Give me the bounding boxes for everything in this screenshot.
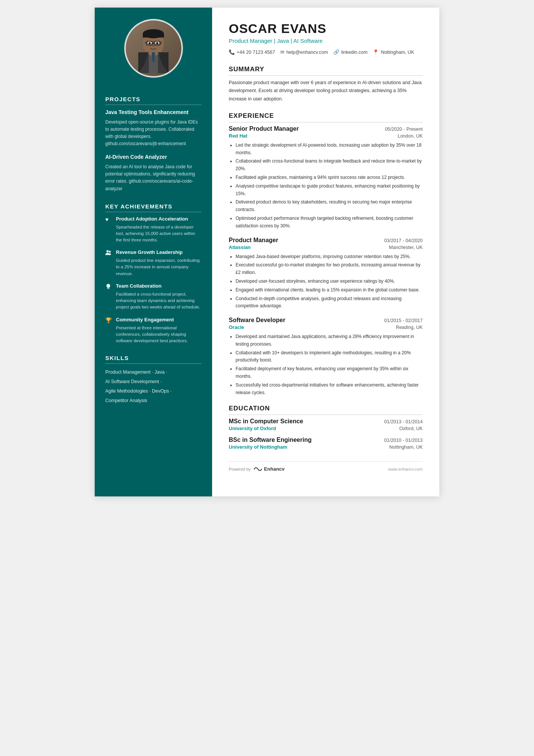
brand-name: Enhancv: [264, 466, 284, 472]
skills-section-title: SKILLS: [105, 355, 201, 364]
experience-title: EXPERIENCE: [229, 112, 423, 122]
candidate-tagline: Product Manager | Java | AI Software: [229, 38, 423, 44]
job-2-company: Atlassian: [229, 244, 251, 250]
location-icon: 📍: [373, 49, 379, 55]
bullet: Developed user-focused storylines, enhan…: [236, 278, 423, 285]
skill-2: AI Software Development ·: [105, 377, 201, 387]
bullet: Developed and maintained Java applicatio…: [236, 333, 423, 348]
skill-3: Agile Methodologies · DevOps ·: [105, 387, 201, 396]
people-icon: [105, 250, 112, 257]
experience-section: EXPERIENCE Senior Product Manager 05/202…: [229, 112, 423, 397]
job-3-bullets: Developed and maintained Java applicatio…: [229, 333, 423, 396]
achievement-1-title: Product Adoption Acceleration: [116, 216, 201, 222]
summary-title: SUMMARY: [229, 66, 423, 76]
summary-section: SUMMARY Passionate product manager with …: [229, 66, 423, 103]
bullet: Collaborated with cross-functional teams…: [236, 158, 423, 173]
bullet: Analysed competitive landscape to guide …: [236, 183, 423, 198]
job-2-title: Product Manager: [229, 237, 278, 244]
edu-2-dates: 01/2010 - 01/2013: [384, 438, 423, 443]
job-2: Product Manager 03/2017 - 04/2020 Atlass…: [229, 237, 423, 310]
heart-icon: ♥: [105, 216, 112, 222]
bullet: Facilitated agile practices, maintaining…: [236, 174, 423, 182]
achievement-3-title: Team Collaboration: [116, 283, 201, 290]
sidebar-content: PROJECTS Java Testing Tools Enhancement …: [95, 85, 212, 405]
bullet: Conducted in-depth competitive analyses,…: [236, 295, 423, 310]
lightbulb-icon: [105, 283, 112, 291]
achievement-1-desc: Spearheaded the release of a developer t…: [116, 224, 201, 244]
email-icon: ✉: [280, 49, 284, 55]
education-section: EDUCATION MSc in Computer Science 01/201…: [229, 405, 423, 450]
achievement-2-title: Revenue Growth Leadership: [116, 249, 201, 256]
job-1-company: Red Hat: [229, 133, 247, 139]
website-contact: 🔗 linkedin.com: [333, 49, 367, 55]
project-1-title: Java Testing Tools Enhancement: [105, 109, 201, 116]
phone-number: +44 20 7123 4567: [237, 50, 275, 55]
skill-4: Competitor Analysis: [105, 396, 201, 405]
location-text: Nottingham, UK: [381, 50, 414, 55]
svg-rect-22: [107, 288, 109, 289]
candidate-name: OSCAR EVANS: [229, 21, 423, 36]
email-address: help@enhancv.com: [286, 50, 328, 55]
website-url: linkedin.com: [341, 50, 367, 55]
footer-branding: Powered by Enhancv: [229, 466, 284, 472]
achievement-2-desc: Guided product line expansion, contribut…: [116, 257, 201, 277]
svg-point-16: [152, 45, 155, 47]
job-2-bullets: Managed Java-based developer platforms, …: [229, 253, 423, 310]
svg-point-21: [109, 251, 111, 253]
phone-icon: 📞: [229, 49, 235, 55]
education-title: EDUCATION: [229, 405, 423, 415]
job-1: Senior Product Manager 05/2020 - Present…: [229, 125, 423, 230]
job-1-dates: 05/2020 - Present: [385, 127, 423, 132]
project-2-title: AI-Driven Code Analyzer: [105, 153, 201, 161]
edu-1-dates: 01/2013 - 01/2014: [384, 419, 423, 424]
link-icon: 🔗: [333, 49, 339, 55]
job-1-location: London, UK: [398, 133, 423, 139]
svg-point-9: [148, 42, 151, 44]
trophy-icon: 🏆: [105, 317, 112, 323]
bullet: Executed successful go-to-market strateg…: [236, 261, 423, 277]
achievement-1: ♥ Product Adoption Acceleration Spearhea…: [105, 216, 201, 244]
edu-2: BSc in Software Engineering 01/2010 - 01…: [229, 437, 423, 450]
summary-text: Passionate product manager with over 6 y…: [229, 79, 423, 103]
achievement-3: Team Collaboration Facilitated a cross-f…: [105, 283, 201, 311]
profile-photo: [124, 19, 183, 78]
project-2-desc: Created an AI tool to analyse Java code …: [105, 163, 201, 193]
achievements-section-title: KEY ACHIEVEMENTS: [105, 203, 201, 212]
job-1-title: Senior Product Manager: [229, 125, 299, 132]
achievement-4-title: Community Engagement: [116, 317, 201, 323]
bullet: Led the strategic development of AI-powe…: [236, 142, 423, 157]
phone-contact: 📞 +44 20 7123 4567: [229, 49, 275, 55]
powered-by-text: Powered by: [229, 467, 251, 471]
edu-2-school: University of Nottingham: [229, 444, 287, 450]
achievement-4-desc: Presented at three international confere…: [116, 325, 201, 344]
projects-section-title: PROJECTS: [105, 96, 201, 105]
job-2-dates: 03/2017 - 04/2020: [384, 238, 423, 243]
edu-1-degree: MSc in Computer Science: [229, 418, 303, 425]
contact-row: 📞 +44 20 7123 4567 ✉ help@enhancv.com 🔗 …: [229, 49, 423, 55]
project-1-desc: Developed open-source plugins for Java I…: [105, 119, 201, 148]
bullet: Managed Java-based developer platforms, …: [236, 253, 423, 261]
project-2: AI-Driven Code Analyzer Created an AI to…: [105, 153, 201, 192]
job-2-location: Manchester, UK: [389, 245, 423, 250]
bullet: Collaborated with 10+ developers to impl…: [236, 349, 423, 365]
main-content: OSCAR EVANS Product Manager | Java | AI …: [212, 8, 439, 496]
bullet: Delivered product demos to key stakehold…: [236, 199, 423, 214]
job-3-location: Reading, UK: [396, 325, 423, 330]
bullet: Successfully led cross-departmental init…: [236, 382, 423, 397]
svg-point-20: [106, 250, 109, 252]
bullet: Facilitated deployment of key features, …: [236, 365, 423, 380]
svg-point-10: [156, 42, 158, 44]
job-3-company: Oracle: [229, 324, 244, 330]
sidebar: PROJECTS Java Testing Tools Enhancement …: [95, 8, 212, 496]
svg-rect-6: [143, 34, 164, 38]
resume-container: PROJECTS Java Testing Tools Enhancement …: [95, 8, 439, 496]
footer-website: www.enhancv.com: [388, 467, 423, 471]
enhancv-logo: Enhancv: [254, 466, 284, 472]
skills-list: Product Management · Java · AI Software …: [105, 368, 201, 405]
job-3-title: Software Developer: [229, 317, 285, 324]
achievement-2: Revenue Growth Leadership Guided product…: [105, 249, 201, 277]
edu-2-degree: BSc in Software Engineering: [229, 437, 312, 443]
bullet: Engaged with international clients, lead…: [236, 286, 423, 294]
edu-1-location: Oxford, UK: [399, 426, 423, 431]
email-contact: ✉ help@enhancv.com: [280, 49, 328, 55]
